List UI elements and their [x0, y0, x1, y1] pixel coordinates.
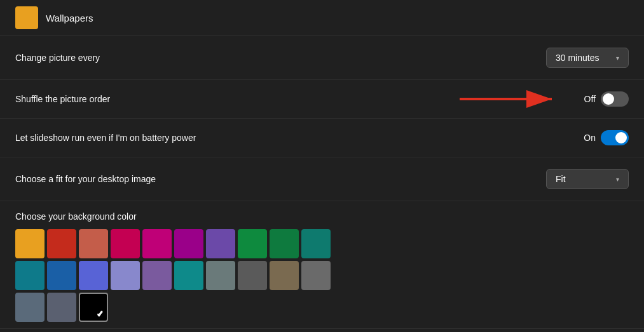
settings-container: Wallpapers Change picture every 30 minut… [0, 0, 644, 332]
color-swatch-gray-light[interactable] [301, 261, 331, 290]
color-swatch-teal-bright[interactable] [174, 261, 203, 290]
color-section: Choose your background color [0, 201, 644, 329]
color-swatch-lavender[interactable] [111, 261, 140, 290]
shuffle-toggle[interactable] [601, 91, 629, 107]
color-swatch-black[interactable]: ✓ [79, 293, 108, 322]
battery-toggle-knob [615, 132, 627, 143]
desktop-fit-dropdown-arrow: ▾ [616, 176, 619, 183]
change-picture-control: 30 minutes ▾ [546, 48, 629, 68]
color-swatch-red[interactable] [47, 229, 76, 258]
shuffle-control: Off [584, 91, 629, 107]
color-swatch-salmon[interactable] [79, 229, 108, 258]
color-swatch-periwinkle[interactable] [79, 261, 108, 290]
desktop-fit-control: Fit ▾ [546, 169, 629, 189]
change-picture-row: Change picture every 30 minutes ▾ [0, 36, 644, 80]
battery-slideshow-control: On [584, 130, 629, 145]
color-swatch-orange[interactable] [15, 229, 45, 258]
header-row: Wallpapers [0, 0, 644, 36]
color-swatch-purple-bright[interactable] [174, 229, 203, 258]
color-swatch-teal-dark[interactable] [301, 229, 331, 258]
color-swatch-violet[interactable] [206, 229, 235, 258]
color-swatch-purple-muted[interactable] [142, 261, 172, 290]
color-swatch-green[interactable] [270, 229, 299, 258]
color-section-label: Choose your background color [15, 211, 629, 222]
color-swatch-gray-medium[interactable] [238, 261, 267, 290]
color-swatch-teal-medium[interactable] [15, 261, 45, 290]
change-picture-dropdown[interactable]: 30 minutes ▾ [546, 48, 629, 68]
shuffle-row: Shuffle the picture order Off [0, 80, 644, 119]
battery-slideshow-label: Let slideshow run even if I'm on battery… [15, 133, 196, 143]
color-swatch-green-dark[interactable] [238, 229, 267, 258]
desktop-fit-label: Choose a fit for your desktop image [15, 174, 156, 184]
change-picture-value: 30 minutes [556, 53, 599, 63]
color-grid: ✓ [15, 229, 359, 322]
desktop-fit-value: Fit [556, 174, 566, 184]
desktop-fit-dropdown[interactable]: Fit ▾ [546, 169, 629, 189]
battery-toggle-label: On [584, 133, 596, 143]
color-swatch-blue[interactable] [47, 261, 76, 290]
shuffle-label: Shuffle the picture order [15, 94, 110, 104]
color-swatch-magenta[interactable] [142, 229, 172, 258]
battery-slideshow-row: Let slideshow run even if I'm on battery… [0, 119, 644, 157]
color-swatch-crimson[interactable] [111, 229, 140, 258]
desktop-fit-row: Choose a fit for your desktop image Fit … [0, 157, 644, 201]
color-swatch-gray-cool[interactable] [47, 293, 76, 322]
color-swatch-gray-steel[interactable] [15, 293, 45, 322]
battery-slideshow-toggle[interactable] [601, 130, 629, 145]
color-swatch-tan[interactable] [270, 261, 299, 290]
custom-colors-row: Custom colors View colors [0, 329, 644, 332]
wallpaper-icon [15, 6, 38, 29]
change-picture-label: Change picture every [15, 53, 100, 63]
color-swatch-slate[interactable] [206, 261, 235, 290]
change-picture-dropdown-arrow: ▾ [616, 55, 619, 62]
shuffle-toggle-label: Off [584, 94, 596, 104]
header-title: Wallpapers [46, 13, 93, 23]
shuffle-toggle-knob [603, 93, 614, 105]
red-arrow-annotation [460, 88, 561, 110]
